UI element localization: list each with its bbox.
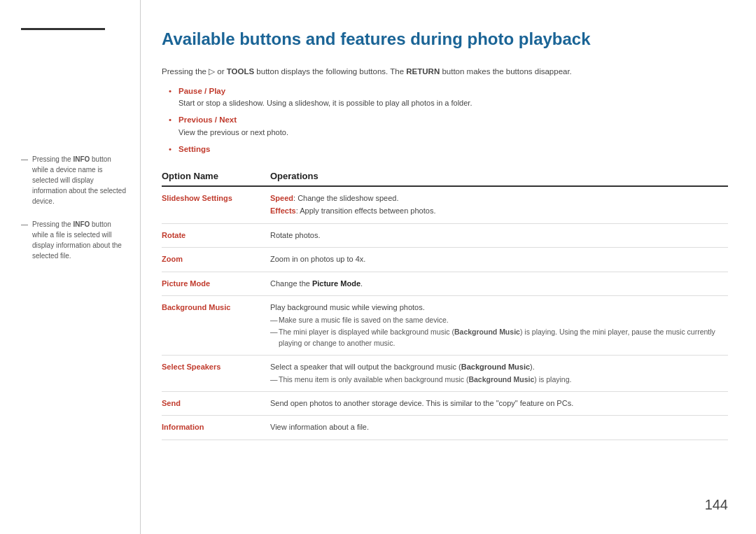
option-rotate: Rotate xyxy=(162,223,270,248)
sidebar: — Pressing the INFO button while a devic… xyxy=(0,0,140,534)
ops-background-music: Play background music while viewing phot… xyxy=(270,296,728,356)
sidebar-notes: — Pressing the INFO button while a devic… xyxy=(21,154,126,261)
option-send: Send xyxy=(162,391,270,416)
ops-slideshow-settings: Speed: Change the slideshow speed. Effec… xyxy=(270,186,728,223)
options-table: Option Name Operations Slideshow Setting… xyxy=(162,167,728,440)
main-content: Available buttons and features during ph… xyxy=(140,0,756,534)
bullet-pause-play: Pause / Play Start or stop a slideshow. … xyxy=(169,85,728,109)
table-row: Background Music Play background music w… xyxy=(162,296,728,356)
ops-dash-note-3: This menu item is only available when ba… xyxy=(270,374,721,386)
sidebar-top-bar xyxy=(21,28,105,30)
dash-2: — xyxy=(21,219,28,230)
table-row: Select Speakers Select a speaker that wi… xyxy=(162,356,728,391)
table-row: Send Send open photos to another storage… xyxy=(162,391,728,416)
bullet-previous-next: Previous / Next View the previous or nex… xyxy=(169,114,728,138)
option-background-music: Background Music xyxy=(162,296,270,356)
option-zoom: Zoom xyxy=(162,248,270,272)
bullet-list: Pause / Play Start or stop a slideshow. … xyxy=(169,85,728,156)
page-title: Available buttons and features during ph… xyxy=(162,28,728,50)
ops-picture-mode: Change the Picture Mode. xyxy=(270,272,728,296)
sidebar-note-2: — Pressing the INFO button while a file … xyxy=(21,219,126,261)
option-information: Information xyxy=(162,416,270,440)
table-row: Slideshow Settings Speed: Change the sli… xyxy=(162,186,728,223)
bullet-desc-pause-play: Start or stop a slideshow. Using a slide… xyxy=(178,97,728,109)
ops-line: Select a speaker that will output the ba… xyxy=(270,363,535,371)
table-row: Zoom Zoom in on photos up to 4x. xyxy=(162,248,728,272)
page-number: 144 xyxy=(705,497,728,513)
option-picture-mode: Picture Mode xyxy=(162,272,270,296)
ops-line: Speed: Change the slideshow speed. xyxy=(270,194,398,202)
table-row: Rotate Rotate photos. xyxy=(162,223,728,248)
sidebar-note-2-text: Pressing the INFO button while a file is… xyxy=(32,219,126,261)
ops-send: Send open photos to another storage devi… xyxy=(270,391,728,416)
page-container: — Pressing the INFO button while a devic… xyxy=(0,0,756,534)
dash-1: — xyxy=(21,154,28,164)
intro-text: Pressing the ▷ or TOOLS button displays … xyxy=(162,65,728,78)
table-header-row: Option Name Operations xyxy=(162,167,728,186)
ops-dash-note-1: Make sure a music file is saved on the s… xyxy=(270,314,721,326)
ops-dash-note-2: The mini player is displayed while backg… xyxy=(270,326,721,350)
ops-select-speakers: Select a speaker that will output the ba… xyxy=(270,356,728,391)
ops-rotate: Rotate photos. xyxy=(270,223,728,248)
option-slideshow-settings: Slideshow Settings xyxy=(162,186,270,223)
bullet-title-pause-play: Pause / Play xyxy=(178,87,225,95)
ops-zoom: Zoom in on photos up to 4x. xyxy=(270,248,728,272)
bullet-title-settings: Settings xyxy=(178,145,210,153)
ops-information: View information about a file. xyxy=(270,416,728,440)
ops-line: Effects: Apply transition effects betwee… xyxy=(270,206,435,215)
sidebar-note-1: — Pressing the INFO button while a devic… xyxy=(21,154,126,206)
option-select-speakers: Select Speakers xyxy=(162,356,270,391)
table-row: Information View information about a fil… xyxy=(162,416,728,440)
ops-line: Play background music while viewing phot… xyxy=(270,303,425,311)
col-option-name: Option Name xyxy=(162,167,270,186)
col-operations: Operations xyxy=(270,167,728,186)
table-row: Picture Mode Change the Picture Mode. xyxy=(162,272,728,296)
sidebar-note-1-text: Pressing the INFO button while a device … xyxy=(32,154,126,206)
bullet-title-previous-next: Previous / Next xyxy=(178,115,237,124)
bullet-settings: Settings xyxy=(169,143,728,155)
bullet-desc-previous-next: View the previous or next photo. xyxy=(178,127,728,139)
